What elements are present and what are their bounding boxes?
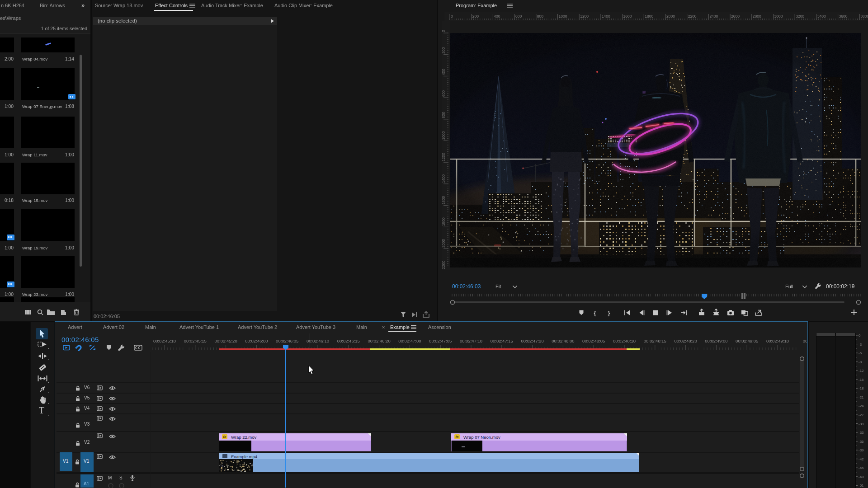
svg-text:1400: 1400: [602, 14, 610, 19]
svg-text:1800: 1800: [442, 217, 446, 226]
svg-text:00:02:48:10: 00:02:48:10: [613, 338, 636, 343]
svg-text:00:02:48:05: 00:02:48:05: [582, 338, 605, 343]
svg-text:-51: -51: [859, 483, 864, 488]
svg-text:-27: -27: [859, 413, 864, 417]
svg-text:00:02:45:10: 00:02:45:10: [153, 338, 176, 343]
svg-text:600: 600: [515, 14, 522, 19]
svg-text:3000: 3000: [774, 14, 783, 19]
svg-text:3400: 3400: [817, 14, 826, 19]
svg-text:2600: 2600: [731, 14, 740, 19]
svg-text:-6: -6: [859, 351, 862, 355]
svg-text:-45: -45: [859, 466, 864, 470]
svg-text:-39: -39: [859, 448, 864, 452]
svg-text:-12: -12: [859, 369, 864, 373]
svg-text:2000: 2000: [442, 239, 446, 248]
svg-text:-9: -9: [859, 360, 862, 364]
svg-text:00:02:47:05: 00:02:47:05: [429, 338, 452, 343]
svg-text:-21: -21: [859, 395, 864, 399]
svg-text:800: 800: [442, 112, 446, 118]
svg-text:0: 0: [451, 14, 453, 19]
svg-text:{: {: [594, 310, 596, 316]
svg-text:200: 200: [472, 14, 479, 19]
svg-text:00:02:46:00: 00:02:46:00: [245, 338, 268, 343]
svg-text:-24: -24: [859, 404, 864, 408]
svg-text:3800: 3800: [860, 14, 868, 19]
svg-text:00:02:49:00: 00:02:49:00: [705, 338, 727, 343]
svg-text:00:02:49:05: 00:02:49:05: [736, 338, 758, 343]
svg-text:00:02:49:10: 00:02:49:10: [766, 338, 789, 343]
svg-text:-48: -48: [859, 475, 864, 479]
svg-text:400: 400: [442, 69, 446, 75]
svg-text:1400: 1400: [442, 174, 446, 183]
svg-text:00:02:45:15: 00:02:45:15: [184, 338, 207, 343]
svg-text:00:02:45:20: 00:02:45:20: [215, 338, 237, 343]
svg-text:00:02:48:15: 00:02:48:15: [644, 338, 666, 343]
svg-text:1200: 1200: [442, 153, 446, 161]
svg-text:00:02:47:00: 00:02:47:00: [398, 338, 421, 343]
svg-text:-30: -30: [859, 422, 864, 426]
svg-text:800: 800: [537, 14, 543, 19]
svg-text:2800: 2800: [753, 14, 761, 19]
svg-text:00:02:46:05: 00:02:46:05: [276, 338, 298, 343]
svg-text:2200: 2200: [688, 14, 697, 19]
svg-text:2200: 2200: [442, 261, 446, 269]
svg-text:3600: 3600: [839, 14, 848, 19]
svg-text:-18: -18: [859, 386, 864, 390]
svg-text:200: 200: [442, 47, 446, 53]
svg-text:00:02:47:20: 00:02:47:20: [521, 338, 544, 343]
svg-text:2000: 2000: [666, 14, 675, 19]
svg-text:-42: -42: [859, 457, 864, 461]
svg-text:2400: 2400: [709, 14, 718, 19]
svg-text:400: 400: [494, 14, 500, 19]
svg-text:1000: 1000: [559, 14, 567, 19]
svg-text:00:02:46:20: 00:02:46:20: [368, 338, 391, 343]
svg-text:00:02:48:20: 00:02:48:20: [675, 338, 697, 343]
svg-text:-3: -3: [859, 343, 862, 347]
svg-text:1600: 1600: [442, 196, 446, 204]
svg-text:600: 600: [442, 90, 446, 97]
svg-text:3200: 3200: [796, 14, 804, 19]
svg-text:1600: 1600: [623, 14, 632, 19]
svg-text:00:02:48:00: 00:02:48:00: [552, 338, 574, 343]
svg-text:1200: 1200: [580, 14, 589, 19]
svg-text:1000: 1000: [442, 131, 446, 140]
svg-text:00: 00: [803, 338, 807, 343]
svg-text:00:02:47:15: 00:02:47:15: [491, 338, 513, 343]
svg-text:1800: 1800: [645, 14, 653, 19]
svg-text:}: }: [608, 310, 610, 316]
svg-text:0: 0: [859, 333, 861, 338]
svg-text:-15: -15: [859, 378, 864, 382]
svg-text:-36: -36: [859, 440, 864, 444]
svg-text:00:02:47:10: 00:02:47:10: [460, 338, 482, 343]
svg-text:00:02:46:15: 00:02:46:15: [337, 338, 360, 343]
svg-text:-33: -33: [859, 431, 864, 435]
svg-text:0: 0: [442, 30, 446, 32]
